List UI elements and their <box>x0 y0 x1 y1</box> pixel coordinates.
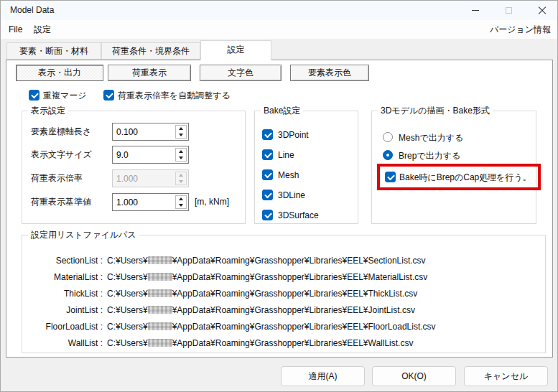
field-text-size-input[interactable] <box>113 146 173 163</box>
spin-up-button[interactable] <box>176 196 186 202</box>
minimize-button[interactable] <box>464 1 487 20</box>
group-bake-settings: Bake設定 3DPoint Line Mesh 3DLine 3DSurfac… <box>254 111 358 224</box>
menu-settings[interactable]: 設定 <box>30 20 55 39</box>
path-value: C:¥Users¥¥AppData¥Roaming¥Grasshopper¥Li… <box>107 337 413 349</box>
checkbox-3dsurface[interactable] <box>262 210 273 220</box>
arrow-up-icon <box>179 197 183 200</box>
menu-file[interactable]: File <box>5 20 26 39</box>
maximize-button-disabled <box>497 1 520 20</box>
radio-output-mesh-label: Meshで出力する <box>399 132 463 144</box>
group-display-settings: 表示設定 要素座標軸長さ 表示文字サイズ 荷重表示倍率 <box>22 111 246 224</box>
checkbox-mesh[interactable] <box>262 169 273 180</box>
spin-up-button[interactable] <box>176 149 186 155</box>
masked-username <box>148 273 172 281</box>
path-value: C:¥Users¥¥AppData¥Roaming¥Grasshopper¥Li… <box>107 321 436 332</box>
arrow-up-icon <box>179 174 183 177</box>
arrow-down-icon <box>179 180 183 183</box>
group-display-settings-title: 表示設定 <box>28 106 68 116</box>
cancel-button[interactable]: キャンセル <box>464 366 548 386</box>
masked-username <box>148 306 172 314</box>
minimize-icon <box>472 10 479 11</box>
path-value: C:¥Users¥¥AppData¥Roaming¥Grasshopper¥Li… <box>107 304 415 316</box>
tab-settings[interactable]: 設定 <box>200 40 271 60</box>
field-text-size-label: 表示文字サイズ <box>31 146 111 164</box>
close-button[interactable] <box>531 1 554 20</box>
field-load-reference-spinner <box>175 195 187 209</box>
path-label: FloorLoadList : <box>22 321 103 332</box>
field-load-scale-input <box>113 170 173 187</box>
maximize-icon <box>506 7 512 14</box>
field-load-scale-disabled <box>112 169 189 187</box>
radio-output-mesh[interactable] <box>383 132 393 142</box>
checkbox-line[interactable] <box>262 149 273 160</box>
group-bake-settings-title: Bake設定 <box>261 106 303 116</box>
checkbox-3dline-label: 3DLine <box>278 190 305 201</box>
close-icon <box>538 6 547 15</box>
path-value: C:¥Users¥¥AppData¥Roaming¥Grasshopper¥Li… <box>107 255 426 266</box>
field-text-size-spinner <box>175 148 187 162</box>
field-axis-length-label: 要素座標軸長さ <box>31 123 111 141</box>
checkbox-duplicate-merge[interactable] <box>29 90 39 101</box>
masked-username <box>148 289 172 297</box>
subtab-load-display[interactable]: 荷重表示 <box>108 65 191 81</box>
spin-up-button <box>176 172 186 179</box>
path-row-floorloadlist: FloorLoadList : C:¥Users¥¥AppData¥Roamin… <box>22 321 545 332</box>
path-label: SectionList : <box>22 255 103 266</box>
unit-label: [m, kNm] <box>195 193 229 211</box>
arrow-down-icon <box>179 157 183 159</box>
field-load-reference-input[interactable] <box>113 194 173 210</box>
ok-button[interactable]: OK(O) <box>372 366 456 386</box>
title-bar: Model Data <box>1 1 557 20</box>
path-row-walllist: WallList : C:¥Users¥¥AppData¥Roaming¥Gra… <box>22 337 545 349</box>
tab-load-boundary-conditions[interactable]: 荷重条件・境界条件 <box>101 42 200 60</box>
masked-username <box>148 339 172 347</box>
checkbox-duplicate-merge-label: 重複マージ <box>43 90 87 101</box>
spin-down-button[interactable] <box>176 155 186 162</box>
model-data-dialog: Model Data File 設定 バージョン情報 要素・断面・材料 荷重条件… <box>0 0 558 392</box>
checkbox-auto-adjust-load-scale[interactable] <box>103 90 114 101</box>
arrow-up-icon <box>179 150 183 153</box>
checkbox-mesh-label: Mesh <box>278 169 299 181</box>
path-value: C:¥Users¥¥AppData¥Roaming¥Grasshopper¥Li… <box>107 288 417 299</box>
subtab-text-color[interactable]: 文字色 <box>200 65 282 81</box>
path-row-thicklist: ThickList : C:¥Users¥¥AppData¥Roaming¥Gr… <box>22 288 545 299</box>
subtab-element-display-color[interactable]: 要素表示色 <box>290 65 369 81</box>
spin-down-button[interactable] <box>176 132 186 139</box>
group-list-file-paths: 設定用リストファイルパス SectionList : C:¥Users¥¥App… <box>22 235 546 353</box>
checkbox-3dpoint[interactable] <box>262 129 273 140</box>
arrow-up-icon <box>179 127 183 130</box>
group-3d-model-bake-format: 3Dモデルの描画・Bake形式 Meshで出力する Brepで出力する Bake… <box>371 111 536 224</box>
spin-down-button[interactable] <box>176 202 186 209</box>
field-axis-length-input[interactable] <box>113 123 173 140</box>
masked-username <box>148 256 172 264</box>
path-label: ThickList : <box>22 288 103 299</box>
path-label: MaterialList : <box>22 271 103 283</box>
arrow-down-icon <box>179 204 183 207</box>
arrow-down-icon <box>179 134 183 136</box>
subtab-display-output[interactable]: 表示・出力 <box>16 65 103 81</box>
checkbox-auto-adjust-load-scale-label: 荷重表示倍率を自動調整する <box>118 90 231 101</box>
checkbox-3dline[interactable] <box>262 190 273 200</box>
path-label: JointList : <box>22 304 103 316</box>
field-load-scale-label: 荷重表示倍率 <box>31 169 111 187</box>
masked-username <box>148 322 172 330</box>
group-3d-model-bake-format-title: 3Dモデルの描画・Bake形式 <box>378 106 493 116</box>
checkbox-3dsurface-label: 3DSurface <box>278 210 319 221</box>
field-load-scale-spinner <box>175 172 187 185</box>
spin-up-button[interactable] <box>176 126 186 132</box>
field-axis-length <box>112 123 189 141</box>
radio-output-brep[interactable] <box>383 150 393 160</box>
tab-element-section-material[interactable]: 要素・断面・材料 <box>6 42 101 60</box>
menu-version-info[interactable]: バージョン情報 <box>486 20 554 39</box>
radio-output-brep-label: Brepで出力する <box>399 150 460 162</box>
path-label: WallList : <box>22 337 103 349</box>
apply-button[interactable]: 適用(A) <box>281 366 365 386</box>
path-value: C:¥Users¥¥AppData¥Roaming¥Grasshopper¥Li… <box>107 271 427 283</box>
path-row-sectionlist: SectionList : C:¥Users¥¥AppData¥Roaming¥… <box>22 255 545 266</box>
field-text-size <box>112 146 189 164</box>
path-row-materiallist: MaterialList : C:¥Users¥¥AppData¥Roaming… <box>22 271 545 283</box>
checkbox-3dpoint-label: 3DPoint <box>278 129 309 141</box>
red-highlight-annotation <box>377 164 541 190</box>
checkbox-line-label: Line <box>278 149 294 161</box>
settings-tab-page: 表示・出力 荷重表示 文字色 要素表示色 重複マージ 荷重表示倍率を自動調整する… <box>6 60 553 358</box>
